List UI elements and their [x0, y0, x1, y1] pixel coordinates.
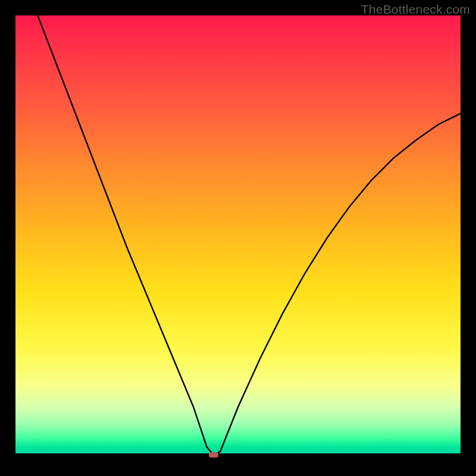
- optimal-point-marker: [209, 452, 218, 458]
- plot-area: [15, 15, 461, 461]
- attribution-watermark: TheBottleneck.com: [361, 2, 470, 17]
